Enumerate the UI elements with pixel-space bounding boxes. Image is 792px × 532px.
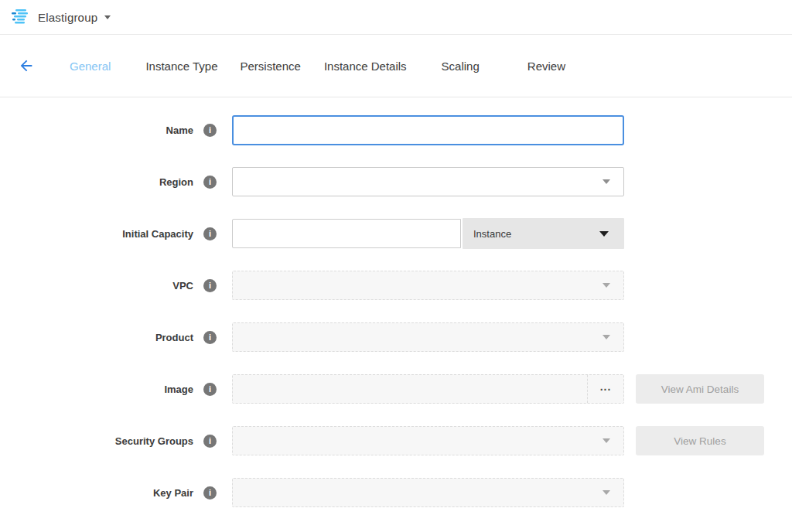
region-select[interactable]: [232, 167, 624, 196]
image-info-icon[interactable]: i: [203, 383, 217, 396]
key-pair-select-disabled: [232, 478, 624, 507]
capacity-unit-value: Instance: [473, 228, 511, 240]
general-settings-form: Name i Region i Initial Capacity i Insta…: [0, 97, 792, 508]
initial-capacity-input[interactable]: [232, 219, 461, 248]
tab-instance-type[interactable]: Instance Type: [145, 60, 217, 73]
security-groups-label: Security Groups: [0, 435, 193, 447]
form-row-vpc: VPC i: [0, 270, 792, 301]
app-header: Elastigroup: [0, 0, 792, 35]
view-rules-button: View Rules: [636, 426, 764, 455]
back-arrow-icon: [18, 57, 35, 74]
back-button[interactable]: [17, 56, 36, 75]
vpc-label: VPC: [0, 280, 193, 292]
tab-review[interactable]: Review: [527, 60, 565, 73]
wizard-tabs: General Instance Type Persistence Instan…: [70, 60, 565, 73]
key-pair-label: Key Pair: [0, 487, 193, 499]
form-row-key-pair: Key Pair i: [0, 477, 792, 508]
initial-capacity-info-icon[interactable]: i: [203, 227, 217, 240]
security-groups-info-icon[interactable]: i: [203, 435, 217, 448]
vpc-select-disabled: [232, 271, 624, 300]
app-switcher-caret-icon[interactable]: [104, 15, 111, 19]
chevron-down-icon: [603, 438, 610, 443]
tab-scaling[interactable]: Scaling: [442, 60, 480, 73]
tab-instance-details[interactable]: Instance Details: [324, 60, 407, 73]
security-groups-select-disabled: [232, 426, 624, 455]
elastigroup-logo-icon: [11, 9, 31, 26]
chevron-down-icon: [603, 335, 610, 339]
form-row-initial-capacity: Initial Capacity i Instance: [0, 218, 792, 249]
wizard-tabbar: General Instance Type Persistence Instan…: [0, 35, 792, 97]
capacity-unit-select[interactable]: Instance: [463, 218, 624, 249]
chevron-down-icon: [603, 179, 610, 184]
form-row-security-groups: Security Groups i View Rules: [0, 425, 792, 456]
vpc-info-icon[interactable]: i: [203, 279, 217, 292]
image-picker-disabled: ...: [232, 374, 624, 404]
product-select-disabled: [232, 322, 624, 352]
form-row-image: Image i ... View Ami Details: [0, 373, 792, 404]
chevron-down-icon: [603, 490, 610, 495]
app-switcher-label[interactable]: Elastigroup: [38, 11, 97, 24]
name-label: Name: [0, 124, 193, 136]
chevron-down-icon: [599, 231, 609, 237]
image-label: Image: [0, 384, 193, 395]
image-browse-button: ...: [587, 375, 623, 403]
name-input[interactable]: [232, 115, 624, 145]
form-row-product: Product i: [0, 322, 792, 353]
name-info-icon[interactable]: i: [203, 124, 217, 137]
form-row-name: Name i: [0, 114, 792, 145]
product-label: Product: [0, 332, 193, 343]
tab-persistence[interactable]: Persistence: [241, 60, 301, 73]
product-info-icon[interactable]: i: [203, 331, 217, 344]
view-ami-details-button: View Ami Details: [636, 374, 764, 404]
key-pair-info-icon[interactable]: i: [203, 486, 217, 500]
chevron-down-icon: [603, 283, 610, 288]
initial-capacity-label: Initial Capacity: [0, 228, 193, 240]
region-info-icon[interactable]: i: [203, 176, 217, 189]
region-label: Region: [0, 176, 193, 188]
form-row-region: Region i: [0, 166, 792, 197]
image-value: [233, 375, 587, 403]
tab-general[interactable]: General: [70, 60, 111, 73]
